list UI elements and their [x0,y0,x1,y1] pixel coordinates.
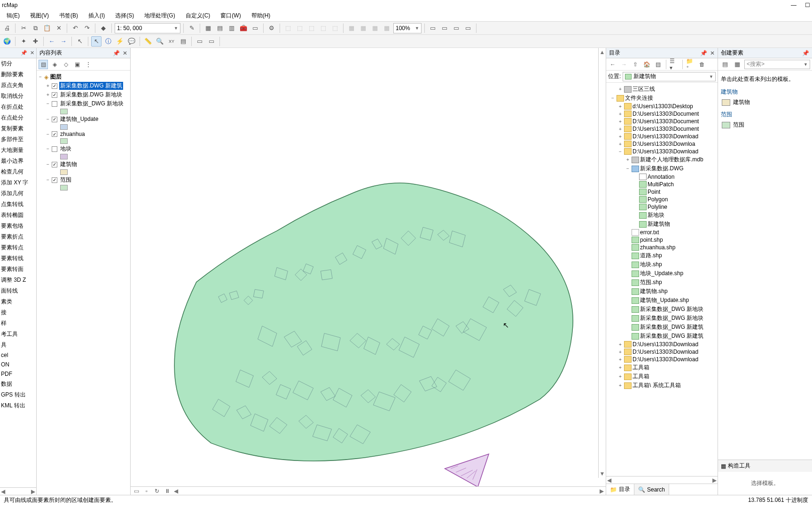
full-extent-icon[interactable]: ✦ [18,36,29,47]
html-popup-icon[interactable]: 💬 [126,36,137,47]
grid1-icon[interactable]: ▦ [346,23,357,33]
python-icon[interactable]: ▭ [250,23,260,33]
tool-item[interactable]: 具 [0,340,36,350]
menu-bar[interactable]: 辑(E)视图(V)书签(B)插入(I)选择(S)地理处理(G)自定义(C)窗口(… [0,10,812,22]
pointer-icon[interactable]: ↖ [91,36,102,47]
catalog-item[interactable]: error.txt [607,229,717,236]
tool-item[interactable]: 要素包络 [0,221,36,231]
redo-icon[interactable]: ↷ [82,23,92,33]
viewer-icon[interactable]: ▭ [195,36,205,47]
catalog-item[interactable]: +工具箱\ 系统工具箱 [607,381,717,390]
arctoolbox-icon[interactable]: 🧰 [238,23,249,33]
catalog-item[interactable]: +d:\Users\13303\Desktop [607,103,717,110]
catalog-item[interactable]: +工具箱 [607,372,717,381]
print-icon[interactable]: 🖨 [2,23,12,33]
catalog-item[interactable]: −文件夹连接 [607,94,717,103]
catalog-item[interactable]: 范围.shp [607,278,717,287]
menu-item[interactable]: 视图(V) [25,11,54,21]
list-by-source-icon[interactable]: ◈ [50,60,59,69]
tool-item[interactable]: 复制要素 [0,123,36,134]
catalog-item[interactable]: 新地块 [607,211,717,220]
grid4-icon[interactable]: ▦ [382,23,392,33]
catalog-item[interactable]: +D:\Users\13303\Download [607,348,717,356]
catalog-item[interactable]: Polygon [607,196,717,203]
template-item[interactable]: 范围 [721,119,809,130]
forward-icon[interactable]: → [58,36,69,47]
layer-item[interactable]: −✓范围 [38,175,129,184]
pin-icon[interactable]: 📌 [113,50,120,56]
tool-item[interactable]: 在折点处 [0,102,36,112]
tool-item[interactable]: 面转线 [0,286,36,296]
tool-item[interactable]: 样 [0,318,36,329]
menu-item[interactable]: 选择(S) [110,11,139,21]
map-vscrollbar[interactable]: ▲▼ [598,48,606,478]
catalog-tab[interactable]: 🔍Search [634,484,669,495]
catalog-item[interactable]: −D:\Users\13303\Download [607,148,717,155]
snap4-icon[interactable]: ⬚ [318,23,328,33]
tool-item[interactable]: 调整 3D Z [0,275,36,286]
catalog-item[interactable]: +D:\Users\13303\Download [607,341,717,348]
tool-item[interactable]: KML 转出 [0,400,36,411]
layer-item[interactable]: −新采集数据_DWG 新地块 [38,99,129,108]
tool-item[interactable]: 表转椭圆 [0,210,36,221]
tool-item[interactable]: 最小边界 [0,156,36,167]
catalog-tree[interactable]: +三区三线−文件夹连接+d:\Users\13303\Desktop+D:\Us… [606,83,718,476]
tool-item[interactable]: 数据 [0,379,36,389]
measure-icon[interactable]: 📏 [143,36,153,47]
refresh-icon[interactable]: ↻ [153,488,161,494]
menu-item[interactable]: 辑(E) [2,11,24,21]
pause-icon[interactable]: ⏸ [164,488,171,494]
tool-item[interactable]: 要素转面 [0,264,36,275]
tool-item[interactable]: 点集转线 [0,199,36,210]
catalog-tab[interactable]: 📁目录 [606,484,634,495]
cut-icon[interactable]: ✂ [18,23,29,33]
editor-toolbar-icon[interactable]: ✎ [187,23,197,33]
copy-icon[interactable]: ⧉ [30,23,40,33]
location-combo[interactable]: 新建筑物 ▼ [623,72,716,81]
catalog-item[interactable]: MultiPatch [607,181,717,188]
tool-item[interactable]: 原点夹角 [0,80,36,91]
catalog-item[interactable]: 建筑物.shp [607,287,717,296]
tool-item[interactable]: GPS 转出 [0,389,36,400]
layout4-icon[interactable]: ▭ [463,23,473,33]
undo-icon[interactable]: ↶ [70,23,80,33]
pin-icon[interactable]: 📌 [21,50,27,56]
catalog-item[interactable]: 新采集数据_DWG 新建筑 [607,332,717,341]
snap2-icon[interactable]: ⬚ [295,23,305,33]
forward-icon[interactable]: → [619,60,629,69]
tool-item[interactable]: ON [0,360,36,369]
catalog-item[interactable]: +D:\Users\13303\Document [607,125,717,133]
tool-item[interactable]: 大地测量 [0,145,36,156]
catalog-item[interactable]: Annotation [607,173,717,181]
catalog-item[interactable]: +新建个人地理数据库.mdb [607,155,717,164]
layout3-icon[interactable]: ▭ [451,23,461,33]
catalog-tabs[interactable]: 📁目录🔍Search [606,484,718,495]
template-item[interactable]: 建筑物 [721,97,809,108]
window-minimize[interactable]: — [791,2,796,8]
catalog-item[interactable]: 建筑物_Update.shp [607,296,717,305]
tool-item[interactable]: 取消线分 [0,91,36,102]
list-by-selection-icon[interactable]: ▣ [72,60,82,69]
layer-item[interactable]: +✓新采集数据.DWG 新地块 [38,90,129,99]
list-by-visibility-icon[interactable]: ◇ [61,60,70,69]
delete-icon[interactable]: ✕ [54,23,64,33]
catalog-item[interactable]: +D:\Users\13303\Download [607,133,717,140]
tool-item[interactable]: 添加几何 [0,188,36,199]
data-view-icon[interactable]: ▭ [133,488,140,494]
time-slider-icon[interactable]: ▤ [178,36,188,47]
hyperlink-icon[interactable]: ⚡ [115,36,125,47]
tool-item[interactable]: cel [0,350,36,360]
select-icon[interactable]: ↖ [75,36,85,47]
goto-xy-icon[interactable]: XY [166,36,177,47]
tool-item[interactable]: 接 [0,307,36,318]
zoom-selector[interactable]: 100%▼ [393,23,422,33]
tool-item[interactable]: 考工具 [0,329,36,340]
toc-icon[interactable]: ▦ [203,23,213,33]
menu-item[interactable]: 自定义(C) [181,11,215,21]
catalog-item[interactable]: +D:\Users\13303\Download [607,356,717,363]
snap3-icon[interactable]: ⬚ [306,23,317,33]
menu-item[interactable]: 地理处理(G) [140,11,180,21]
template-hint[interactable]: 单击此处查看未列出的模板。 [721,73,809,85]
catalog-item[interactable]: 道路.shp [607,251,717,260]
tool-item[interactable]: 素类 [0,296,36,307]
